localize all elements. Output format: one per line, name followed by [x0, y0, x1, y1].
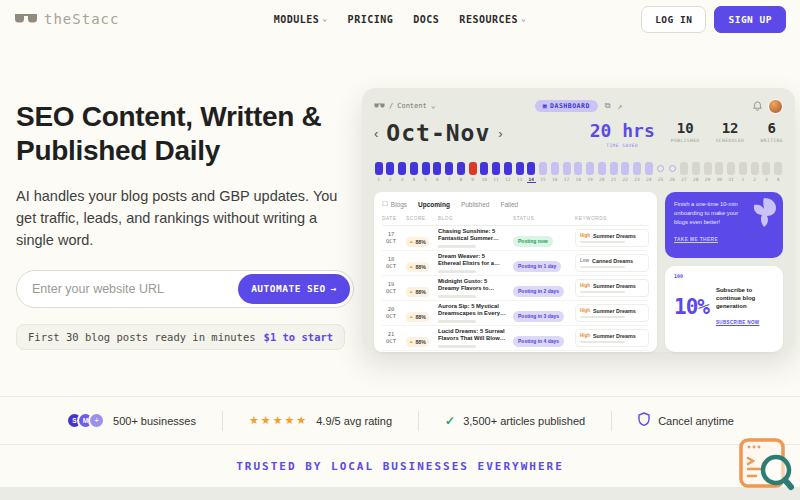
nav-item-resources[interactable]: RESOURCES⌄ — [459, 14, 526, 25]
nav-item-label: RESOURCES — [459, 14, 518, 25]
day-number: 28 — [691, 177, 700, 182]
shield-icon — [638, 412, 650, 430]
keyword-meta-placeholder — [580, 241, 625, 243]
day-pill-published — [445, 162, 453, 175]
day-pill-box — [492, 162, 501, 175]
day-pill-box — [621, 162, 630, 175]
row-blog: Lucid Dreams: 5 Surreal Flavors That Wil… — [438, 328, 507, 347]
status-pill: Posting in 3 days — [513, 311, 564, 322]
breadcrumb-separator: / — [389, 102, 393, 110]
column-header-date: DATE — [382, 216, 400, 221]
day-pill-faint — [692, 162, 700, 175]
day-number: 1 — [374, 177, 383, 182]
proof-item-avatars: SM+500+ businesses — [40, 412, 222, 429]
day-number: 29 — [703, 177, 712, 182]
keyword-card: HighSummer Dreams — [575, 279, 649, 298]
breadcrumb-page: Content — [397, 102, 427, 110]
column-header-keywords: KEYWORDS — [575, 216, 649, 221]
nav-item-docs[interactable]: DOCS — [413, 14, 439, 25]
score-value: 88% — [415, 239, 425, 245]
nav-item-label: MODULES — [274, 14, 320, 25]
keyword-name: Summer Dreams — [593, 233, 636, 239]
keyword-card: HighSummer Dreams — [575, 329, 649, 348]
stat-value: 6 — [761, 120, 783, 136]
bell-icon — [753, 101, 762, 111]
day-number: 23 — [633, 177, 642, 182]
signup-button[interactable]: SIGN UP — [714, 6, 786, 33]
day-pill-box — [421, 162, 430, 175]
day-pill-box — [433, 162, 442, 175]
calendar-day: 20 — [597, 162, 606, 184]
seo-inspector-widget-button[interactable] — [738, 436, 794, 494]
day-pill-scheduled — [610, 162, 618, 175]
score-icon: ▲ — [409, 264, 413, 269]
score-value: 88% — [415, 264, 425, 270]
brand-name: theStacc — [44, 11, 119, 27]
nav-item-modules[interactable]: MODULES⌄ — [274, 14, 328, 25]
keyword-top: LowCanned Dreams — [580, 258, 644, 264]
nav-item-label: PRICING — [348, 14, 394, 25]
day-pill-box — [774, 162, 783, 175]
check-icon: ✓ — [445, 414, 455, 428]
mockup-topbar-center: ▦ DASHBOARD ⧉ ↗ — [535, 100, 623, 112]
stat-label: TIME SAVED — [590, 143, 655, 148]
day-pill-box — [691, 162, 700, 175]
day-number: 7 — [445, 177, 454, 182]
mockup-topbar: / Content ⌄ ▦ DASHBOARD ⧉ ↗ — [374, 98, 783, 114]
day-number: 4 — [774, 177, 783, 182]
month-row: ‹ Oct-Nov › 20 hrsTIME SAVED10PUBLISHED1… — [374, 120, 783, 154]
stat-time-saved: 20 hrsTIME SAVED — [590, 120, 655, 148]
day-pill-box — [562, 162, 571, 175]
stat-label: SCHEDULED — [716, 138, 745, 143]
tab-blogs: ☐Blogs — [382, 200, 407, 208]
day-pill-box — [480, 162, 489, 175]
day-number: 3 — [398, 177, 407, 182]
score-chip: ▲88% — [406, 312, 429, 322]
day-number: 8 — [456, 177, 465, 182]
calendar-icon: ▦ — [543, 102, 547, 110]
keyword-priority-tag: High — [580, 308, 590, 313]
day-pill-box — [503, 162, 512, 175]
row-date: 20OCT — [382, 306, 400, 320]
row-score: ▲88% — [406, 329, 432, 347]
proof-item-shield: Cancel anytime — [612, 412, 760, 430]
star-rating-icon: ★★★★★ — [249, 414, 308, 427]
keyword-meta-placeholder — [580, 316, 625, 318]
day-number: 24 — [644, 177, 653, 182]
blog-title: Dream Weaver: 5 Ethereal Elixirs for a T… — [438, 253, 507, 267]
offer-price-link[interactable]: $1 to start — [264, 331, 334, 343]
row-score: ▲88% — [406, 279, 432, 297]
proof-label: 500+ businesses — [113, 415, 196, 427]
day-pill-box — [633, 162, 642, 175]
blog-meta-placeholder — [438, 270, 476, 273]
brand-logo[interactable]: theStacc — [14, 11, 119, 27]
day-pill-empty — [657, 165, 664, 172]
keyword-name: Summer Dreams — [593, 308, 636, 314]
tab-failed: Failed — [500, 201, 518, 208]
calendar-day: 19 — [586, 162, 595, 184]
proof-item-stars: ★★★★★4.9/5 avg rating — [223, 414, 418, 427]
cta-label: AUTOMATE SEO — [251, 283, 326, 294]
calendar-day: 2 — [386, 162, 395, 184]
calendar-day: 15 — [539, 162, 548, 184]
day-number: 31 — [727, 177, 736, 182]
automate-seo-button[interactable]: AUTOMATE SEO → — [238, 274, 350, 304]
proof-label: Cancel anytime — [658, 415, 734, 427]
day-number: 20 — [597, 177, 606, 182]
day-pill-box — [597, 162, 606, 175]
day-pill-box — [386, 162, 395, 175]
day-pill-published — [516, 162, 524, 175]
login-button[interactable]: LOG IN — [641, 6, 706, 33]
subscribe-percentage: 10% — [674, 295, 709, 319]
onboarding-text: Finish a one-time 10-min onboarding to m… — [674, 200, 749, 227]
table-body: 17OCT▲88%Chasing Sunshine: 5 Fantastical… — [382, 226, 649, 352]
row-keywords: HighSummer Dreams — [575, 279, 649, 298]
day-number: 9 — [468, 177, 477, 182]
row-keywords: HighSummer Dreams — [575, 229, 649, 248]
column-header-status: STATUS — [513, 216, 569, 221]
table-tabs: ☐BlogsUpcomingPublishedFailed — [382, 198, 649, 210]
keyword-top: HighSummer Dreams — [580, 233, 644, 239]
stat-writing: 6WRITING — [761, 120, 783, 148]
score-value: 88% — [415, 314, 425, 320]
nav-item-pricing[interactable]: PRICING — [348, 14, 394, 25]
